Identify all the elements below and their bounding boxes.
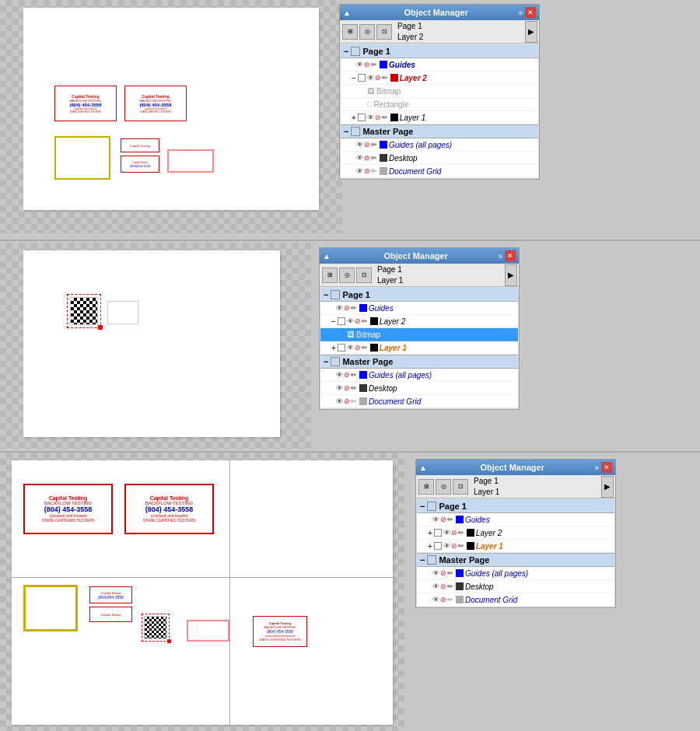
pink-frame-bottom bbox=[187, 620, 229, 642]
small-label-1: Capital Testing bbox=[121, 138, 159, 152]
capital-small-right: Capital Testing BACKFLOW TESTING (804) 4… bbox=[253, 616, 307, 647]
panel-2-arrow[interactable]: ▶ bbox=[505, 264, 517, 286]
tree-docgrid-3: 👁 ⊘ ✏ Document Grid bbox=[417, 593, 614, 607]
object-manager-panel-2: ▲ Object Manager » ✕ ⊞ ◎ ⊡ Page 1 Layer … bbox=[319, 247, 520, 410]
tree-docgrid-1: 👁 ⊘ ✏ Document Grid bbox=[341, 165, 538, 178]
panel-3-toolbar: ⊞ ◎ ⊡ Page 1 Layer 1 ▶ bbox=[416, 475, 615, 498]
tree-rectangle-1: □ Rectangle bbox=[341, 98, 538, 111]
capital-small-bottom-1: Capital Testing (804)454-3558 bbox=[89, 586, 132, 603]
panel-1-pageinfo: Page 1 Layer 2 bbox=[397, 21, 525, 43]
page1-header-1: − Page 1 bbox=[341, 44, 538, 58]
toolbar-btn-4[interactable]: ⊞ bbox=[322, 268, 338, 283]
panel-3-close[interactable]: ✕ bbox=[601, 462, 612, 473]
tree-guides-allpages-2: 👁 ⊘ ✏ Guides (all pages) bbox=[320, 369, 518, 382]
toolbar-btn-5[interactable]: ◎ bbox=[339, 268, 355, 283]
panel-2-close[interactable]: ✕ bbox=[505, 250, 516, 261]
tree-guides-allpages-3: 👁 ⊘ ✏ Guides (all pages) bbox=[417, 567, 614, 580]
tree-guides-2: 👁 ⊘ ✏ Guides bbox=[320, 302, 518, 315]
object-manager-panel-1: ▲ Object Manager » ✕ ⊞ ◎ ⊡ Page 1 Layer … bbox=[339, 4, 540, 180]
page1-header-3: − Page 1 bbox=[417, 499, 614, 513]
tree-docgrid-2: 👁 ⊘ ✏ Document Grid bbox=[320, 395, 518, 408]
panel-2-toolbar: ⊞ ◎ ⊡ Page 1 Layer 1 ▶ bbox=[320, 264, 519, 287]
panel-2-title: Object Manager bbox=[334, 251, 499, 261]
toolbar-btn-2[interactable]: ◎ bbox=[359, 24, 375, 40]
panel-1-chevron[interactable]: » bbox=[518, 9, 523, 17]
capital-small-bottom-2: Capital Testing bbox=[89, 607, 132, 622]
panel-2-chevron[interactable]: » bbox=[498, 252, 502, 261]
toolbar-btn-6[interactable]: ⊡ bbox=[356, 268, 372, 283]
capital-label-bottom-1: Capital Testing BACKFLOW TESTING (804) 4… bbox=[23, 484, 113, 534]
tree-guides-3: 👁 ⊘ ✏ Guides bbox=[417, 513, 614, 526]
white-page-top: Capital Testing BACKFLOW TESTING (804) 4… bbox=[23, 8, 319, 210]
tree-desktop-1: 👁 ⊘ ✏ Desktop bbox=[341, 152, 538, 165]
canvas-top: Capital Testing BACKFLOW TESTING (804) 4… bbox=[0, 0, 342, 233]
panel-3-chevron[interactable]: » bbox=[594, 463, 599, 472]
collapse-icon-3[interactable]: ▲ bbox=[419, 463, 427, 472]
toolbar-btn-1[interactable]: ⊞ bbox=[342, 24, 358, 40]
panel-1-tree: − Page 1 👁 ⊘ ✏ Guides − 👁 ⊘ ✏ Layer 2 🖼 … bbox=[340, 44, 539, 179]
panel-2-header: ▲ Object Manager » ✕ bbox=[320, 248, 519, 264]
panel-2-tree: − Page 1 👁 ⊘ ✏ Guides − 👁 ⊘ ✏ Layer 2 🖼 … bbox=[320, 287, 519, 409]
panel-3-title: Object Manager bbox=[430, 463, 595, 472]
panel-1-title: Object Manager bbox=[354, 8, 519, 17]
yellow-frame-bottom bbox=[23, 585, 78, 631]
tree-guides-allpages-1: 👁 ⊘ ✏ Guides (all pages) bbox=[341, 138, 538, 152]
toolbar-btn-3[interactable]: ⊡ bbox=[376, 24, 392, 40]
tree-layer1-3: + 👁 ⊘ ✏ Layer 1 bbox=[417, 540, 614, 553]
toolbar-btn-9[interactable]: ⊡ bbox=[453, 479, 468, 495]
bitmap-selection bbox=[67, 294, 101, 328]
panel-3-tree: − Page 1 👁 ⊘ ✏ Guides + 👁 ⊘ ✏ Layer 2 + … bbox=[416, 498, 615, 607]
capital-label-1: Capital Testing BACKFLOW TESTING (804) 4… bbox=[54, 86, 117, 121]
small-label-2: Capital Testing(804)454-3558 bbox=[121, 156, 159, 173]
tree-bitmap-2-selected[interactable]: 🖼 Bitmap bbox=[320, 328, 518, 341]
panel-2-pageinfo: Page 1 Layer 1 bbox=[377, 264, 505, 286]
divider-1 bbox=[0, 240, 700, 241]
canvas-bottom: Capital Testing BACKFLOW TESTING (804) 4… bbox=[0, 453, 404, 731]
tree-guides-1: 👁 ⊘ ✏ Guides bbox=[341, 58, 538, 72]
white-page-bottom: Capital Testing BACKFLOW TESTING (804) 4… bbox=[12, 460, 393, 725]
capital-label-2: Capital Testing BACKFLOW TESTING (804) 4… bbox=[124, 86, 187, 121]
masterpage-header-1: − Master Page bbox=[341, 124, 538, 138]
yellow-frame bbox=[54, 136, 110, 180]
capital-label-bottom-2: Capital Testing BACKFLOW TESTING (804) 4… bbox=[124, 484, 214, 534]
object-manager-panel-3: ▲ Object Manager » ✕ ⊞ ◎ ⊡ Page 1 Layer … bbox=[415, 459, 616, 608]
crosshair-h bbox=[12, 577, 393, 578]
panel-1-toolbar: ⊞ ◎ ⊡ Page 1 Layer 2 ▶ bbox=[340, 20, 539, 44]
checkerboard-selection bbox=[142, 614, 170, 642]
tree-layer1-2: + 👁 ⊘ ✏ Layer 1 bbox=[320, 341, 518, 355]
tree-desktop-2: 👁 ⊘ ✏ Desktop bbox=[320, 382, 518, 395]
masterpage-header-3: − Master Page bbox=[417, 553, 614, 567]
panel-1-close[interactable]: ✕ bbox=[525, 7, 536, 18]
toolbar-btn-7[interactable]: ⊞ bbox=[418, 479, 434, 495]
crosshair-v bbox=[229, 460, 230, 725]
tree-layer2-2: − 👁 ⊘ ✏ Layer 2 bbox=[320, 315, 518, 328]
pink-frame bbox=[167, 149, 214, 173]
small-white-box bbox=[107, 301, 138, 324]
tree-layer1-1: + 👁 ⊘ ✏ Layer 1 bbox=[341, 111, 538, 124]
panel-1-arrow[interactable]: ▶ bbox=[525, 21, 537, 43]
canvas-middle bbox=[0, 243, 311, 449]
tree-layer2-1: − 👁 ⊘ ✏ Layer 2 bbox=[341, 72, 538, 85]
page1-header-2: − Page 1 bbox=[320, 288, 518, 302]
panel-1-header: ▲ Object Manager » ✕ bbox=[340, 5, 539, 20]
collapse-icon-1[interactable]: ▲ bbox=[343, 9, 351, 17]
collapse-icon-2[interactable]: ▲ bbox=[323, 252, 331, 261]
panel-3-arrow[interactable]: ▶ bbox=[601, 476, 614, 498]
toolbar-btn-8[interactable]: ◎ bbox=[436, 479, 451, 495]
tree-layer2-3: + 👁 ⊘ ✏ Layer 2 bbox=[417, 526, 614, 540]
masterpage-header-2: − Master Page bbox=[320, 355, 518, 369]
panel-3-header: ▲ Object Manager » ✕ bbox=[416, 460, 615, 475]
panel-3-pageinfo: Page 1 Layer 1 bbox=[474, 476, 601, 498]
tree-bitmap-1: 🖼 Bitmap bbox=[341, 85, 538, 98]
white-page-middle bbox=[23, 250, 280, 437]
tree-desktop-3: 👁 ⊘ ✏ Desktop bbox=[417, 580, 614, 593]
